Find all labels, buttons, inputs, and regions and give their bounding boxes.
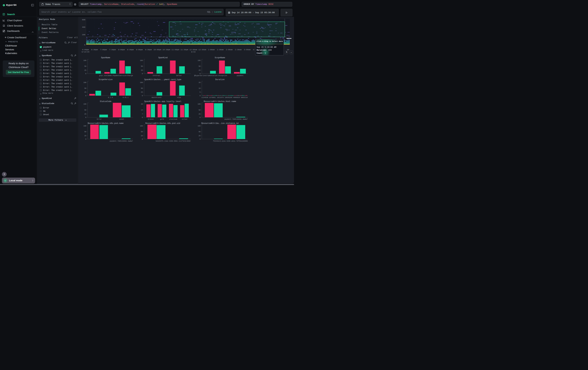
svg-text:1376801: 1376801 bbox=[209, 97, 216, 99]
svg-text:25: 25 bbox=[199, 113, 200, 115]
svg-text:200: 200 bbox=[82, 34, 85, 36]
svg-text:0: 0 bbox=[85, 95, 86, 97]
svg-text:@hyperdx/instrumentation-excep: @hyperdx/instrumentation-exception bbox=[194, 75, 227, 77]
svg-text:25: 25 bbox=[141, 91, 143, 93]
svg-text:12:00am: 12:00am bbox=[189, 49, 197, 51]
svg-text:4090920: 4090920 bbox=[233, 97, 240, 99]
svg-text:grpc.oteldemo.PaymentService/C: grpc.oteldemo.PaymentService/Charge bbox=[99, 75, 133, 77]
svg-text:100: 100 bbox=[84, 60, 86, 61]
svg-text:Unset: Unset bbox=[119, 118, 124, 120]
svg-text:9/15: 9/15 bbox=[191, 51, 196, 53]
svg-text:50: 50 bbox=[84, 109, 86, 111]
svg-text:payment-7985c8969c-mwmw7: payment-7985c8969c-mwmw7 bbox=[224, 118, 248, 120]
svg-text:0: 0 bbox=[142, 138, 143, 140]
svg-text:Error: Error bbox=[97, 118, 102, 120]
svg-text:9:00pm: 9:00pm bbox=[136, 49, 143, 51]
svg-text:7: 7 bbox=[142, 113, 143, 115]
svg-text:25: 25 bbox=[84, 91, 86, 93]
svg-text:10: 10 bbox=[199, 88, 200, 89]
svg-text:50: 50 bbox=[141, 65, 143, 67]
svg-text:100: 100 bbox=[198, 60, 200, 61]
svg-text:8:30pm: 8:30pm bbox=[127, 49, 134, 51]
svg-text:28: 28 bbox=[141, 103, 143, 105]
svg-text:8:00pm: 8:00pm bbox=[118, 49, 125, 51]
svg-text:0: 0 bbox=[200, 117, 200, 118]
svg-text:gold: gold bbox=[160, 118, 164, 120]
svg-text:visa: visa bbox=[177, 97, 181, 99]
svg-text:ResourceAttributes.k8s.pod.uid: ResourceAttributes.k8s.pod.uid bbox=[145, 122, 180, 125]
svg-text:0: 0 bbox=[85, 117, 86, 118]
svg-text:Internal: Internal bbox=[153, 75, 160, 77]
svg-text:2:30am: 2:30am bbox=[235, 49, 242, 51]
svg-text:600: 600 bbox=[82, 19, 85, 21]
svg-text:400: 400 bbox=[82, 26, 85, 28]
svg-text:19935295: 19935295 bbox=[225, 97, 232, 99]
svg-text:25: 25 bbox=[84, 135, 86, 137]
svg-text:6:30pm: 6:30pm bbox=[91, 49, 98, 51]
svg-text:ScopeVersion: ScopeVersion bbox=[99, 79, 113, 81]
svg-text:f5344ec9-a1ea-4290-a62a-78f5be: f5344ec9-a1ea-4290-a62a-78f5bee8d90b bbox=[213, 140, 248, 142]
svg-text:0: 0 bbox=[85, 73, 86, 75]
svg-text:SpanKind: SpanKind bbox=[158, 57, 168, 59]
svg-text:12:30am: 12:30am bbox=[198, 49, 206, 51]
svg-text:6:00pm: 6:00pm bbox=[82, 49, 89, 51]
svg-text:5e02b5fb-13ae-4296-bbbc-111f42: 5e02b5fb-13ae-4296-bbbc-111f423c460d bbox=[156, 140, 190, 142]
svg-text:0.1.0: 0.1.0 bbox=[108, 97, 113, 99]
svg-text:0: 0 bbox=[85, 138, 86, 140]
svg-text:50: 50 bbox=[84, 88, 86, 89]
svg-text:50: 50 bbox=[84, 65, 86, 67]
svg-text:ResourceAttributes.k8s.pod.nam: ResourceAttributes.k8s.pod.name bbox=[88, 122, 124, 125]
svg-text:20: 20 bbox=[199, 82, 200, 83]
svg-text:0: 0 bbox=[200, 73, 200, 75]
svg-text:10:00pm: 10:00pm bbox=[153, 49, 161, 51]
svg-text:50: 50 bbox=[84, 131, 86, 133]
svg-text:StatusCode: StatusCode bbox=[100, 100, 111, 103]
svg-text:25: 25 bbox=[199, 135, 200, 137]
svg-text:14: 14 bbox=[141, 109, 143, 111]
svg-text:50: 50 bbox=[199, 109, 200, 111]
svg-text:SpanName: SpanName bbox=[101, 57, 110, 59]
svg-text:payment-7985c8969c-mwmw7: payment-7985c8969c-mwmw7 bbox=[110, 140, 133, 142]
svg-text:5: 5 bbox=[200, 91, 200, 93]
svg-text:mastercard: mastercard bbox=[152, 97, 161, 99]
svg-text:9:30pm: 9:30pm bbox=[145, 49, 152, 51]
svg-text:platinum: platinum bbox=[169, 118, 177, 120]
svg-text:25: 25 bbox=[84, 70, 86, 71]
svg-text:ResourceAttributes.host.name: ResourceAttributes.host.name bbox=[204, 100, 236, 103]
svg-text:25: 25 bbox=[141, 70, 143, 71]
svg-text:50: 50 bbox=[141, 88, 143, 89]
svg-text:silver: silver bbox=[182, 118, 188, 120]
svg-text:100: 100 bbox=[198, 103, 200, 105]
svg-text:10:30pm: 10:30pm bbox=[162, 49, 170, 51]
svg-text:1621070: 1621070 bbox=[217, 97, 224, 99]
svg-text:7:00pm: 7:00pm bbox=[100, 49, 107, 51]
svg-text:7:30pm: 7:30pm bbox=[109, 49, 116, 51]
svg-text:50: 50 bbox=[199, 131, 200, 133]
svg-text:0: 0 bbox=[142, 73, 143, 75]
svg-text:50: 50 bbox=[199, 65, 200, 67]
svg-text:100: 100 bbox=[140, 60, 143, 61]
svg-text:9983218: 9983218 bbox=[241, 97, 248, 99]
svg-text:3:00am: 3:00am bbox=[244, 49, 251, 51]
svg-text:0: 0 bbox=[84, 44, 85, 46]
svg-text:11:30pm: 11:30pm bbox=[180, 49, 188, 51]
svg-text:bronze: bronze bbox=[148, 118, 154, 120]
svg-text:25: 25 bbox=[199, 70, 200, 71]
svg-text:100: 100 bbox=[84, 103, 86, 105]
svg-text:0: 0 bbox=[200, 138, 200, 140]
svg-text:Duration: Duration bbox=[215, 79, 225, 81]
svg-text:payment: payment bbox=[237, 75, 243, 77]
svg-text:9/14/25: 9/14/25 bbox=[82, 51, 89, 53]
svg-text:11:00pm: 11:00pm bbox=[171, 49, 179, 51]
svg-text:SpanAttributes.app.loyalty.lev: SpanAttributes.app.loyalty.level bbox=[144, 100, 181, 103]
svg-text:0: 0 bbox=[142, 95, 143, 97]
svg-text:SpanAttributes...yment.card_ty: SpanAttributes...yment.card_type bbox=[144, 79, 181, 81]
svg-text:25: 25 bbox=[141, 135, 143, 137]
svg-text:100: 100 bbox=[198, 125, 200, 127]
svg-text:0.51.1: 0.51.1 bbox=[123, 97, 128, 99]
svg-text:0: 0 bbox=[142, 117, 143, 118]
svg-text:25: 25 bbox=[84, 113, 86, 115]
svg-text:100: 100 bbox=[84, 82, 86, 83]
svg-text:ScopeName: ScopeName bbox=[215, 57, 225, 59]
svg-text:1:30am: 1:30am bbox=[217, 49, 224, 51]
